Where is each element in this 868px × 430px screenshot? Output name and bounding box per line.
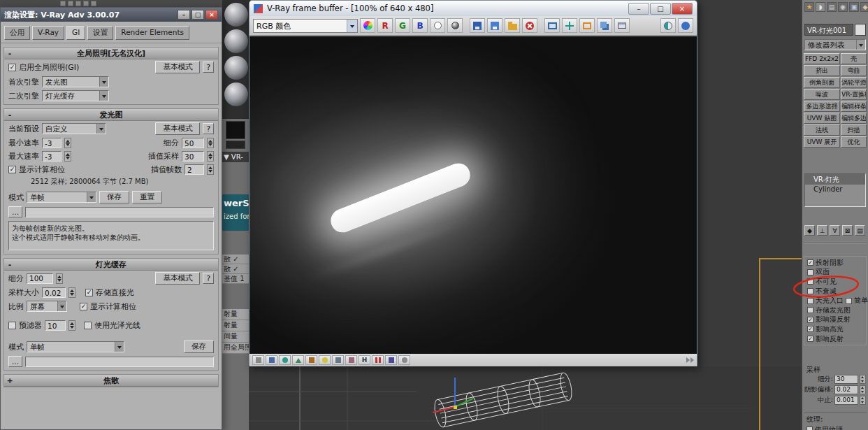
modifier-button[interactable]: 法线	[804, 124, 840, 136]
load-image-button[interactable]	[505, 18, 520, 33]
tab-motion-icon[interactable]: ◉	[838, 2, 848, 12]
maximize-button[interactable]: □	[650, 3, 671, 15]
stamp-window-button[interactable]	[614, 18, 630, 33]
compare-images-button[interactable]	[597, 18, 612, 33]
footer-swap-icon[interactable]	[385, 355, 397, 365]
modifier-button[interactable]: 优化	[841, 136, 867, 148]
make-unique-icon[interactable]: ∀	[830, 225, 840, 236]
gi-help-button[interactable]: ?	[203, 62, 214, 73]
modifier-button[interactable]: UVW 贴图	[804, 113, 840, 124]
maximize-button[interactable]: □	[191, 10, 204, 20]
info-button[interactable]	[678, 18, 693, 33]
gi-rollout-header[interactable]: - 全局照明[无名汉化]	[4, 48, 218, 59]
save-all-channels-button[interactable]	[487, 18, 502, 33]
interp-samples-spinner[interactable]	[207, 151, 214, 162]
prefilter-checkbox[interactable]	[8, 322, 16, 329]
monochrome-button[interactable]	[430, 18, 445, 33]
minimize-button[interactable]: –	[628, 3, 649, 15]
alpha-channel-button[interactable]	[447, 18, 463, 33]
im-help-button[interactable]: ?	[203, 123, 214, 134]
preset-dropdown[interactable]: 自定义	[42, 123, 106, 134]
viewport-right-area[interactable]	[697, 0, 802, 366]
lc-save-button[interactable]: 保存	[184, 341, 214, 353]
modifier-button[interactable]: 扫描	[841, 124, 867, 136]
track-mouse-button[interactable]	[562, 18, 577, 33]
modifier-button[interactable]: 挤出	[804, 65, 840, 76]
tab-render-elements[interactable]: Render Elements	[115, 26, 189, 40]
render-settings-titlebar[interactable]: 渲染设置: V-Ray Adv 3.00.07 – □ ×	[1, 8, 222, 22]
shadow-bias-spinner[interactable]	[860, 385, 866, 394]
save-image-button[interactable]	[470, 18, 485, 33]
interp-frames-field[interactable]: 2	[185, 164, 204, 175]
tab-modify-icon[interactable]: ◗	[816, 2, 825, 12]
im-reset-button[interactable]: 重置	[132, 191, 162, 203]
lc-scale-dropdown[interactable]: 屏幕	[27, 301, 67, 312]
minimize-button[interactable]: –	[178, 10, 190, 20]
modifier-button[interactable]: UVW 展开	[804, 136, 840, 148]
footer-levels-icon[interactable]	[305, 355, 317, 365]
lc-sample-size-field[interactable]: 0.02	[42, 287, 66, 298]
material-sample-sphere[interactable]	[224, 3, 248, 27]
lc-subdivs-field[interactable]: 100	[27, 273, 53, 284]
footer-curves-icon[interactable]	[319, 355, 331, 365]
footer-expand-icon[interactable]	[686, 357, 694, 363]
im-mode-dropdown[interactable]: 单帧	[27, 192, 96, 203]
im-file-field[interactable]	[25, 207, 214, 217]
modifier-button[interactable]: 壳	[841, 53, 867, 64]
min-rate-spinner[interactable]	[64, 138, 71, 148]
footer-background-icon[interactable]	[332, 355, 344, 365]
lc-mode-button[interactable]: 基本模式	[155, 272, 200, 285]
pin-stack-icon[interactable]: ◆	[804, 225, 815, 236]
green-channel-button[interactable]: G	[395, 18, 410, 33]
secondary-engine-dropdown[interactable]: 灯光缓存	[42, 90, 109, 101]
modifier-button[interactable]: 编辑多边形	[841, 113, 867, 124]
caustics-header[interactable]: + 焦散	[4, 375, 218, 387]
object-name-field[interactable]: VR-灯光001	[804, 24, 853, 36]
cutoff-field[interactable]: 0.001	[834, 396, 858, 405]
use-texture-checkbox[interactable]	[806, 427, 813, 430]
min-rate-field[interactable]: -3	[42, 138, 62, 148]
footer-history-button[interactable]: H	[359, 355, 370, 365]
footer-region-icon[interactable]	[398, 355, 410, 365]
gi-mode-button[interactable]: 基本模式	[155, 61, 200, 73]
irradiance-map-header[interactable]: - 发光图	[4, 109, 218, 121]
lc-help-button[interactable]: ?	[203, 273, 214, 284]
blue-channel-button[interactable]: B	[412, 18, 428, 33]
modifier-button[interactable]: 弯曲	[841, 65, 867, 76]
modifier-button[interactable]: 倒角剖面	[804, 77, 840, 88]
lc-mode-dropdown[interactable]: 单帧	[27, 341, 124, 352]
footer-stamp-icon[interactable]	[345, 355, 357, 365]
region-render-button[interactable]	[579, 18, 595, 33]
store-direct-light-checkbox[interactable]: ✓	[85, 289, 93, 296]
subdivs-spinner[interactable]	[860, 375, 866, 384]
lc-show-calc-checkbox[interactable]: ✓	[80, 303, 87, 310]
affect-reflections-checkbox[interactable]: ✓	[807, 336, 813, 342]
show-end-result-icon[interactable]: ⊥	[817, 225, 827, 236]
cutoff-spinner[interactable]	[860, 396, 866, 405]
simple-portal-checkbox[interactable]	[846, 298, 852, 304]
footer-exposure-icon[interactable]	[279, 355, 291, 365]
double-sided-checkbox[interactable]	[807, 269, 813, 275]
prefilter-spinner[interactable]	[68, 320, 75, 331]
im-save-button[interactable]: 保存	[99, 191, 129, 203]
interp-samples-field[interactable]: 30	[182, 151, 204, 162]
close-button[interactable]: ×	[205, 10, 218, 20]
subdivs-spinner[interactable]	[207, 138, 214, 148]
use-glossy-rays-checkbox[interactable]	[84, 322, 92, 329]
material-sample-sphere[interactable]	[224, 56, 248, 80]
modifier-button[interactable]: 涡轮平滑	[841, 77, 867, 88]
tab-gi[interactable]: GI	[66, 26, 85, 40]
show-calc-phase-checkbox[interactable]: ✓	[8, 166, 16, 173]
enable-gi-checkbox[interactable]: ✓	[8, 64, 16, 71]
max-rate-field[interactable]: -3	[42, 151, 62, 162]
red-channel-button[interactable]: R	[377, 18, 393, 33]
subdivs-field[interactable]: 50	[182, 138, 204, 148]
lc-file-field[interactable]	[25, 357, 214, 367]
lc-browse-button[interactable]: ...	[8, 356, 22, 367]
store-with-irradiance-map-checkbox[interactable]	[807, 307, 813, 313]
modifier-button[interactable]: FFD 2x2x2	[804, 53, 840, 64]
material-sample-sphere[interactable]	[224, 29, 248, 53]
im-mode-button[interactable]: 基本模式	[155, 122, 200, 135]
modifier-button[interactable]: 噪波	[804, 89, 840, 100]
viewport-bottom[interactable]	[249, 366, 802, 430]
